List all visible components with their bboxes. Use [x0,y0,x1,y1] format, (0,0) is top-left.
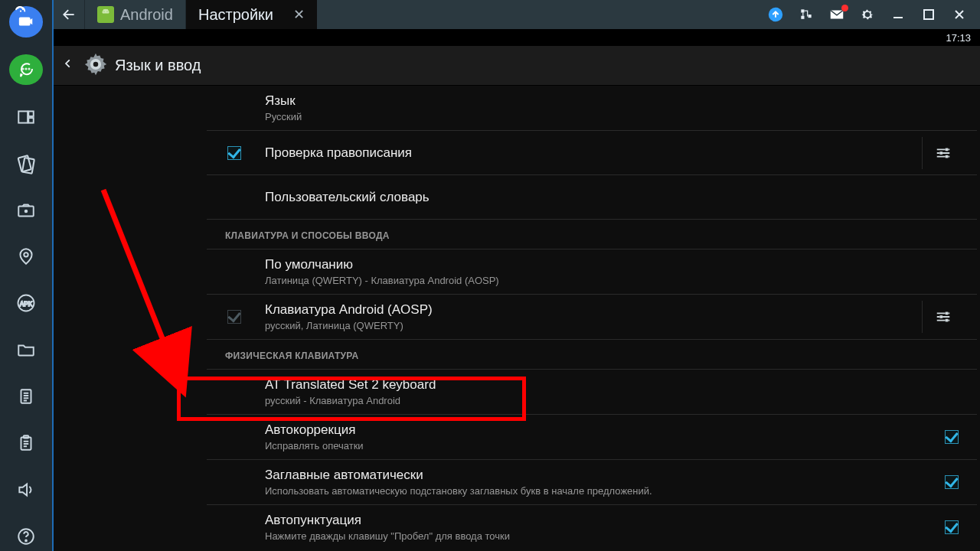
tab-close-button[interactable]: ✕ [293,6,305,23]
autocorrect-checkbox[interactable] [945,430,959,444]
android-actionbar: Язык и ввод [54,46,980,86]
svg-rect-31 [945,148,948,151]
titlebar-actions [755,0,980,29]
tab-android[interactable]: Android [84,0,185,29]
main-area: Android Настройки ✕ 17:13 [52,0,980,551]
row-autocorrect[interactable]: Автокоррекция Исправлять опечатки [207,415,977,460]
row-default-title: По умолчанию [265,257,963,272]
android-kb-checkbox [227,310,241,324]
autocaps-checkbox[interactable] [945,475,959,489]
svg-rect-24 [801,16,804,19]
maximize-button[interactable] [920,6,937,23]
svg-point-0 [20,10,21,11]
spellcheck-settings-icon[interactable] [922,137,963,169]
row-userdict-title: Пользовательский словарь [265,190,963,205]
tab-settings[interactable]: Настройки ✕ [185,0,317,29]
autopunct-checkbox[interactable] [945,520,959,534]
svg-rect-6 [28,118,34,123]
dock-volume-icon[interactable] [10,474,42,504]
window-titlebar: Android Настройки ✕ [54,0,980,29]
section-physical-keyboard: ФИЗИЧЕСКАЯ КЛАВИАТУРА [207,340,977,370]
dock-apk-icon[interactable]: APK [10,289,42,318]
row-android-keyboard[interactable]: Клавиатура Android (AOSP) русский, Латин… [207,295,977,340]
row-language[interactable]: Язык Русский [207,86,977,131]
row-autopunct-title: Автопунктуация [265,513,940,528]
row-userdict[interactable]: Пользовательский словарь [207,175,977,220]
row-physkb-sub: русский - Клавиатура Android [265,395,963,406]
row-autocorrect-sub: Исправлять опечатки [265,440,940,452]
titlebar-back-button[interactable] [54,0,84,29]
row-language-sub: Русский [265,111,963,122]
row-autocaps[interactable]: Заглавные автоматически Использовать авт… [207,460,977,505]
dock-camera-icon[interactable] [10,195,42,225]
svg-rect-35 [939,315,942,318]
tab-android-label: Android [120,6,173,24]
spellcheck-checkbox[interactable] [227,146,241,160]
settings-gear-icon [83,51,109,80]
dock-clipboard-icon[interactable] [10,428,42,458]
svg-rect-27 [924,10,933,19]
network-icon[interactable] [798,6,815,23]
svg-rect-22 [801,9,804,12]
section-keyboard-methods: КЛАВИАТУРА И СПОСОБЫ ВВОДА [207,220,977,249]
dock-copy-icon[interactable] [10,382,42,412]
actionbar-back-icon[interactable] [60,55,77,77]
row-autocaps-sub: Использовать автоматическую подстановку … [265,485,940,497]
actionbar-title: Язык и ввод [115,57,201,74]
svg-point-18 [25,540,27,541]
svg-text:APK: APK [20,301,33,308]
dock-multiwin-icon[interactable] [10,102,42,132]
svg-point-1 [23,69,24,70]
svg-point-2 [26,69,27,70]
upload-icon[interactable] [767,6,784,23]
mail-icon[interactable] [828,6,845,23]
row-language-title: Язык [265,93,963,109]
close-button[interactable] [951,6,968,23]
row-default-im[interactable]: По умолчанию Латиница (QWERTY) - Клавиат… [207,249,977,295]
row-default-sub: Латиница (QWERTY) - Клавиатура Android (… [265,275,963,286]
row-spellcheck[interactable]: Проверка правописания [207,131,977,175]
dock-chat-icon[interactable] [9,54,43,86]
row-spellcheck-title: Проверка правописания [265,145,922,161]
row-autocaps-title: Заглавные автоматически [265,468,940,483]
svg-rect-34 [945,312,948,315]
svg-point-10 [25,210,28,212]
status-time: 17:13 [946,32,971,44]
svg-rect-36 [945,319,948,322]
svg-rect-23 [808,15,812,18]
notification-badge [841,5,848,11]
tab-settings-label: Настройки [198,6,273,24]
row-androidkb-sub: русский, Латиница (QWERTY) [265,320,922,331]
row-autocorrect-title: Автокоррекция [265,422,940,438]
svg-point-30 [93,61,99,67]
minimize-button[interactable] [890,6,906,23]
dock-folder-icon[interactable] [10,335,42,365]
dock-rotate-icon[interactable] [10,148,42,178]
gear-icon[interactable] [859,6,876,23]
row-physkb-title: AT Translated Set 2 keyboard [265,377,963,393]
svg-point-20 [106,11,107,11]
android-statusbar: 17:13 [54,29,980,46]
svg-point-11 [24,253,28,257]
svg-point-19 [103,11,104,11]
svg-rect-5 [28,111,34,116]
app-root: APK Android [0,0,980,551]
settings-content: Язык Русский Проверка правописания [54,86,980,551]
svg-point-3 [29,69,30,70]
svg-rect-33 [945,155,948,158]
android-kb-settings-icon[interactable] [922,301,963,333]
row-androidkb-title: Клавиатура Android (AOSP) [265,302,922,318]
emulator-dock: APK [0,0,52,551]
svg-rect-32 [939,152,942,155]
android-icon [97,6,114,23]
dock-record-icon[interactable] [9,6,43,37]
dock-help-icon[interactable] [10,521,42,551]
row-autopunct[interactable]: Автопунктуация Нажмите дважды клавишу "П… [207,505,977,549]
dock-location-icon[interactable] [10,242,42,272]
row-autopunct-sub: Нажмите дважды клавишу "Пробел" для ввод… [265,530,940,542]
row-physical-keyboard[interactable]: AT Translated Set 2 keyboard русский - К… [207,370,977,415]
svg-rect-4 [18,111,28,122]
